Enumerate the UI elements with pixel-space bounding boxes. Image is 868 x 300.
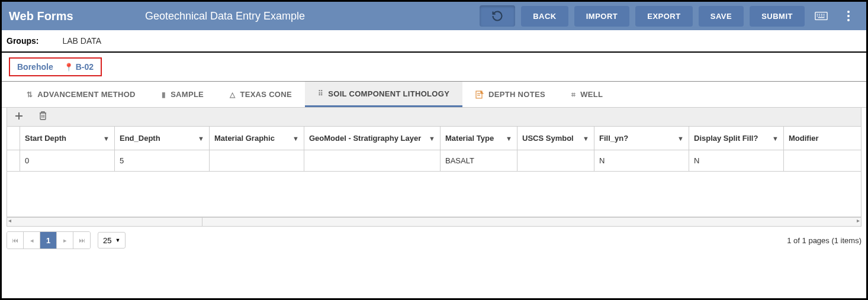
horizontal-scrollbar[interactable] bbox=[7, 217, 861, 227]
refresh-button[interactable] bbox=[480, 5, 515, 27]
cell-display-split[interactable]: N bbox=[689, 150, 784, 171]
svg-point-11 bbox=[847, 15, 850, 17]
pin-icon: 📍 bbox=[64, 63, 73, 72]
notes-icon bbox=[475, 91, 484, 99]
column-header[interactable]: Material Graphic▼ bbox=[210, 127, 304, 150]
tab-sample[interactable]: ▮ SAMPLE bbox=[149, 82, 217, 107]
cell-geomodel[interactable] bbox=[304, 150, 441, 171]
column-header[interactable]: Material Type▼ bbox=[441, 127, 517, 150]
column-header[interactable]: Display Split Fill?▼ bbox=[689, 127, 784, 150]
tab-depth-notes[interactable]: DEPTH NOTES bbox=[462, 82, 558, 107]
cell-fill-yn[interactable]: N bbox=[594, 150, 689, 171]
tab-label: ADVANCEMENT METHOD bbox=[37, 90, 136, 99]
cell-uscs[interactable] bbox=[517, 150, 594, 171]
pager-page-button[interactable]: 1 bbox=[40, 232, 57, 249]
tab-label: WELL bbox=[580, 90, 603, 99]
cell-modifier[interactable] bbox=[784, 150, 861, 171]
cell-material-type[interactable]: BASALT bbox=[441, 150, 517, 171]
keyboard-button[interactable] bbox=[811, 5, 832, 27]
plus-icon bbox=[15, 112, 23, 120]
filter-icon[interactable]: ▼ bbox=[103, 135, 110, 142]
tab-well[interactable]: ⌗ WELL bbox=[558, 82, 616, 107]
tab-soil-component-lithology[interactable]: ⠿ SOIL COMPONENT LITHOLOGY bbox=[305, 82, 462, 107]
column-header[interactable]: Start Depth▼ bbox=[20, 127, 115, 150]
tab-texas-cone[interactable]: △ TEXAS CONE bbox=[217, 82, 305, 107]
groups-value[interactable]: LAB DATA bbox=[62, 36, 101, 46]
page-size-select[interactable]: 25▼ bbox=[98, 232, 126, 249]
column-header[interactable]: USCS Symbol▼ bbox=[517, 127, 594, 150]
borehole-selector[interactable]: Borehole 📍 B-02 bbox=[9, 57, 102, 76]
tab-advancement-method[interactable]: ⇅ ADVANCEMENT METHOD bbox=[14, 82, 149, 107]
caret-down-icon: ▼ bbox=[115, 237, 120, 243]
column-header[interactable]: Modifier bbox=[784, 127, 861, 150]
column-header[interactable]: GeoModel - Stratigraphy Layer▼ bbox=[304, 127, 441, 150]
pager-last-button[interactable]: ⏭ bbox=[73, 232, 90, 249]
filter-icon[interactable]: ▼ bbox=[583, 135, 589, 142]
filter-icon[interactable]: ▼ bbox=[677, 135, 684, 142]
page-subtitle: Geotechnical Data Entry Example bbox=[145, 10, 305, 22]
trash-icon bbox=[39, 111, 47, 120]
column-header[interactable]: End_Depth▼ bbox=[115, 127, 210, 150]
sort-icon: ⇅ bbox=[27, 91, 33, 99]
grid-header: Start Depth▼ End_Depth▼ Material Graphic… bbox=[7, 127, 861, 150]
tab-label: SOIL COMPONENT LITHOLOGY bbox=[328, 89, 449, 98]
tab-label: SAMPLE bbox=[171, 90, 204, 99]
cell-end-depth[interactable]: 5 bbox=[115, 150, 210, 171]
sample-icon: ▮ bbox=[162, 91, 166, 99]
import-button[interactable]: IMPORT bbox=[574, 6, 630, 27]
tab-label: TEXAS CONE bbox=[240, 90, 292, 99]
back-button[interactable]: BACK bbox=[521, 6, 568, 27]
filter-icon[interactable]: ▼ bbox=[772, 135, 779, 142]
borehole-label: Borehole bbox=[17, 62, 53, 72]
cone-icon: △ bbox=[230, 91, 235, 99]
submit-button[interactable]: SUBMIT bbox=[750, 6, 805, 27]
page-info: 1 of 1 pages (1 items) bbox=[787, 236, 861, 245]
filter-icon[interactable]: ▼ bbox=[506, 135, 512, 142]
app-title: Web Forms bbox=[9, 9, 145, 23]
keyboard-icon bbox=[815, 11, 828, 21]
tab-label: DEPTH NOTES bbox=[488, 90, 545, 99]
cell-start-depth[interactable]: 0 bbox=[20, 150, 115, 171]
lithology-icon: ⠿ bbox=[318, 89, 323, 98]
filter-icon[interactable]: ▼ bbox=[429, 135, 435, 142]
filter-icon[interactable]: ▼ bbox=[198, 135, 204, 142]
table-row[interactable]: 0 5 BASALT N N bbox=[7, 150, 861, 172]
column-header[interactable]: Fill_yn?▼ bbox=[594, 127, 689, 150]
well-icon: ⌗ bbox=[571, 91, 576, 99]
pager-prev-button[interactable]: ◂ bbox=[24, 232, 40, 249]
pager-first-button[interactable]: ⏮ bbox=[7, 232, 24, 249]
groups-label: Groups: bbox=[7, 36, 38, 46]
cell-material-graphic[interactable] bbox=[210, 150, 304, 171]
export-button[interactable]: EXPORT bbox=[635, 6, 692, 27]
borehole-value: B-02 bbox=[76, 62, 94, 72]
refresh-icon bbox=[491, 10, 503, 22]
pager: ⏮ ◂ 1 ▸ ⏭ bbox=[7, 231, 91, 249]
pager-next-button[interactable]: ▸ bbox=[57, 232, 73, 249]
svg-point-10 bbox=[847, 11, 850, 13]
more-vertical-icon bbox=[847, 11, 850, 21]
add-row-button[interactable] bbox=[13, 112, 25, 122]
save-button[interactable]: SAVE bbox=[699, 6, 744, 27]
filter-icon[interactable]: ▼ bbox=[292, 135, 299, 142]
more-menu-button[interactable] bbox=[838, 5, 859, 27]
delete-row-button[interactable] bbox=[37, 111, 49, 122]
svg-point-12 bbox=[847, 19, 850, 21]
